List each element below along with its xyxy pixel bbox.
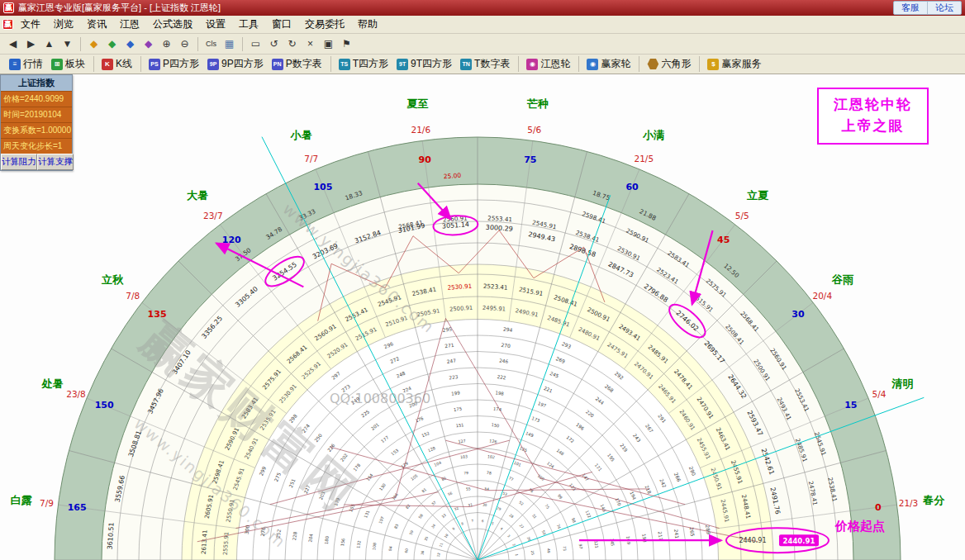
svg-text:55: 55: [466, 486, 471, 491]
module-label: 赢家轮: [601, 57, 630, 71]
svg-text:132: 132: [355, 540, 361, 548]
module-label: 江恩轮: [540, 57, 570, 71]
menubar: 赢 文件浏览资讯江恩公式选股设置工具窗口交易委托帮助: [0, 16, 965, 34]
svg-text:150: 150: [491, 422, 499, 428]
zoom-in-icon[interactable]: ⊕: [158, 36, 175, 52]
p-sifangxing-icon: PS: [149, 59, 160, 70]
degree-label-60: 60: [625, 182, 639, 192]
toolbar-separator: [242, 37, 243, 51]
module-label: 六角形: [661, 57, 691, 71]
module-bankuai[interactable]: ⊞板块: [47, 56, 89, 72]
liujiaoxing-icon: [647, 59, 658, 70]
module-t-sifangxing[interactable]: TST四方形: [330, 56, 392, 72]
module-p-sifangxing[interactable]: PSP四方形: [140, 56, 203, 72]
menu-item-文件[interactable]: 文件: [14, 16, 47, 33]
menu-item-设置[interactable]: 设置: [199, 16, 232, 33]
module-t-shuzibiao[interactable]: TNT数字表: [456, 56, 514, 72]
annotation-line-2: 上帝之眼: [834, 116, 912, 137]
diamond-yellow-icon[interactable]: ◆: [85, 36, 102, 52]
watermark-qq: QQ:100800360: [330, 391, 430, 406]
rotate-left-icon[interactable]: ↺: [265, 36, 283, 52]
degree-label-150: 150: [95, 400, 114, 411]
module-label: 行情: [23, 57, 43, 71]
pointer-up-icon[interactable]: ▲: [40, 36, 58, 52]
app-logo-icon: 赢: [3, 2, 14, 13]
degree-label-90: 90: [419, 154, 432, 165]
svg-text:60: 60: [404, 548, 409, 553]
calc-support-button[interactable]: 计算支撑: [37, 154, 74, 170]
9p-sifangxing-icon: 9P: [207, 59, 219, 70]
delete-tool-icon[interactable]: ×: [302, 36, 319, 52]
window-title: 赢家江恩专业版[赢家服务平台] - [上证指数 江恩轮]: [18, 2, 221, 14]
module-label: T四方形: [353, 57, 388, 71]
degree-label-75: 75: [524, 154, 536, 165]
date-label: 20/4: [813, 291, 833, 301]
forum-link[interactable]: 论坛: [927, 2, 961, 14]
solar-term-label: 白露: [11, 494, 32, 506]
menu-item-工具[interactable]: 工具: [232, 16, 265, 33]
module-yingjialun[interactable]: ◉赢家轮: [578, 56, 635, 72]
module-9p-sifangxing[interactable]: 9P9P四方形: [203, 56, 268, 72]
svg-text:79: 79: [463, 471, 468, 476]
back-icon[interactable]: ◀: [4, 36, 21, 52]
module-yingjia-fuwu[interactable]: $赢家服务: [699, 56, 765, 72]
diamond-blue-icon[interactable]: ◆: [121, 36, 139, 52]
calc-resistance-button[interactable]: 计算阻力: [1, 154, 37, 170]
module-label: K线: [116, 57, 132, 71]
degree-label-45: 45: [717, 235, 730, 245]
date-label: 7/8: [126, 291, 140, 301]
svg-text:73: 73: [562, 546, 567, 551]
origin-value-plain: 2440.91: [739, 537, 766, 544]
gann-wheel-canvas[interactable]: 1234567891011122526272829303132333435364…: [0, 74, 965, 560]
solar-term-label: 谷雨: [831, 273, 854, 286]
svg-text:121: 121: [593, 540, 599, 548]
menu-item-窗口[interactable]: 窗口: [265, 16, 298, 33]
zoom-out-icon[interactable]: ⊖: [176, 36, 193, 52]
toolbar-separator: [197, 37, 198, 51]
svg-text:25: 25: [530, 550, 535, 555]
date-label: 7/9: [40, 498, 54, 508]
date-label: 23/7: [203, 211, 223, 221]
menu-item-公式选股[interactable]: 公式选股: [146, 16, 199, 33]
flag-tool-icon[interactable]: ⚑: [338, 36, 355, 52]
menu-item-交易委托[interactable]: 交易委托: [298, 16, 351, 33]
info-row: 价格=2440.9099: [1, 91, 72, 107]
solar-term-label: 立秋: [101, 273, 124, 286]
solar-term-label: 春分: [922, 494, 945, 506]
menu-item-江恩[interactable]: 江恩: [113, 16, 146, 33]
rect-tool-icon[interactable]: ▭: [247, 36, 264, 52]
solar-term-label: 立夏: [746, 189, 769, 202]
module-kline[interactable]: KK线: [93, 56, 136, 72]
module-p-shuzibiao[interactable]: PNP数字表: [268, 56, 326, 72]
hangqing-icon: ≡: [9, 59, 21, 70]
customer-service-link[interactable]: 客服: [894, 2, 927, 14]
diamond-green-icon[interactable]: ◆: [103, 36, 121, 52]
menu-item-资讯[interactable]: 资讯: [80, 16, 113, 33]
pointer-down-icon[interactable]: ▼: [59, 36, 76, 52]
calendar-icon[interactable]: ▦: [221, 36, 238, 52]
kline-icon: K: [102, 59, 113, 70]
select-area-icon[interactable]: ▣: [320, 36, 337, 52]
info-row: 变换系数=1.00000: [1, 122, 72, 138]
menu-item-帮助[interactable]: 帮助: [351, 16, 384, 33]
date-label: 5/5: [735, 211, 749, 221]
diamond-purple-icon[interactable]: ◆: [140, 36, 157, 52]
module-jiangenlun[interactable]: ◉江恩轮: [518, 56, 574, 72]
degree-label-105: 105: [313, 182, 332, 192]
jiangenlun-icon: ◉: [526, 59, 538, 70]
toolbar-modules: ≡行情⊞板块KK线PSP四方形9P9P四方形PNP数字表TST四方形9T9T四方…: [0, 55, 965, 74]
menu-item-浏览[interactable]: 浏览: [47, 16, 80, 33]
solar-term-label: 芒种: [527, 97, 549, 110]
module-hangqing[interactable]: ≡行情: [5, 56, 47, 72]
date-label: 21/6: [411, 125, 431, 135]
rotate-right-icon[interactable]: ↻: [283, 36, 301, 52]
module-9t-sifangxing[interactable]: 9T9T四方形: [392, 56, 456, 72]
toolbar-tools: ◀▶▲▼◆◆◆◆⊕⊖Cls▦▭↺↻×▣⚑: [0, 34, 965, 55]
cls-icon[interactable]: Cls: [202, 36, 220, 52]
chart-area: 1234567891011122526272829303132333435364…: [0, 74, 965, 560]
module-label: P数字表: [286, 57, 322, 71]
solar-term-label: 小满: [642, 129, 664, 141]
svg-text:156: 156: [340, 538, 345, 546]
forward-icon[interactable]: ▶: [22, 36, 40, 52]
module-liujiaoxing[interactable]: 六角形: [639, 56, 695, 72]
